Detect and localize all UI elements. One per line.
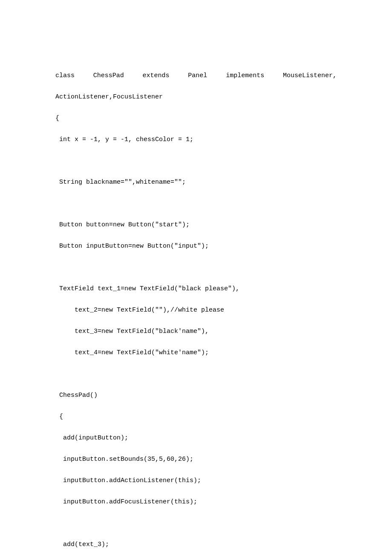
code-line: Button button=new Button("start"); bbox=[55, 220, 337, 230]
code-line: inputButton.addActionListener(this); bbox=[55, 475, 337, 486]
word: ChessPad bbox=[93, 70, 124, 81]
code-line: ChessPad() bbox=[55, 390, 337, 401]
code-line: String blackname="",whitename=""; bbox=[55, 177, 337, 188]
code-line: text_2=new TextField(""),//white please bbox=[55, 305, 337, 315]
code-line: add(text_3); bbox=[55, 539, 337, 550]
code-line: int x = -1, y = -1, chessColor = 1; bbox=[55, 134, 337, 145]
blank-line bbox=[55, 156, 337, 166]
code-line: text_4=new TextField("white'name"); bbox=[55, 347, 337, 358]
word: extends bbox=[143, 70, 170, 81]
code-line: { bbox=[55, 411, 337, 422]
word: implements bbox=[226, 70, 264, 81]
code-page: class ChessPad extends Panel implements … bbox=[0, 0, 392, 555]
word: MouseListener, bbox=[283, 70, 337, 81]
word: Panel bbox=[188, 70, 207, 81]
code-line: { bbox=[55, 113, 337, 124]
code-line: text_3=new TextField("black'name"), bbox=[55, 326, 337, 337]
blank-line bbox=[55, 262, 337, 273]
code-line: Button inputButton=new Button("input"); bbox=[55, 241, 337, 251]
code-line: add(inputButton); bbox=[55, 433, 337, 443]
blank-line bbox=[55, 369, 337, 379]
code-line: inputButton.setBounds(35,5,60,26); bbox=[55, 454, 337, 465]
code-line: inputButton.addFocusListener(this); bbox=[55, 497, 337, 507]
code-line: ActionListener,FocusListener bbox=[55, 92, 337, 102]
code-line: TextField text_1=new TextField("black pl… bbox=[55, 283, 337, 294]
word: class bbox=[55, 70, 75, 81]
blank-line bbox=[55, 198, 337, 209]
blank-line bbox=[55, 518, 337, 529]
code-line: class ChessPad extends Panel implements … bbox=[55, 70, 337, 81]
